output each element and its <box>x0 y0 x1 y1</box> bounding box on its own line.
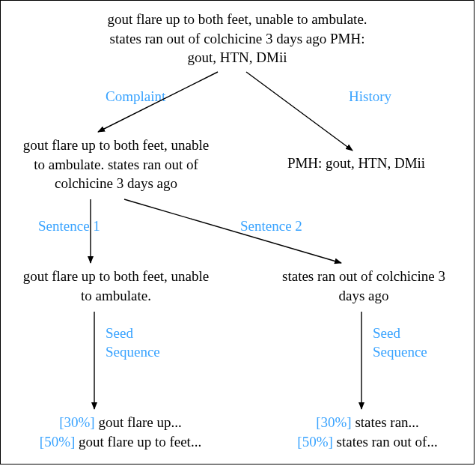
seed2-p2: [50%] <box>297 434 336 450</box>
sentence2-node: states ran out of colchicine 3 days ago <box>259 267 469 305</box>
edge-label-history: History <box>349 88 391 106</box>
edge-label-sentence1: Sentence 1 <box>38 217 100 236</box>
edge-label-seed1: Seed Sequence <box>106 324 160 361</box>
edge-label-sentence2: Sentence 2 <box>240 217 302 236</box>
seed2-l1: Seed <box>373 325 400 341</box>
seed2-results: [30%] states ran... [50%] states ran out… <box>270 413 465 451</box>
root-line1: gout flare up to both feet, unable to am… <box>107 11 367 27</box>
root-line3: gout, HTN, DMii <box>188 49 287 65</box>
s1-line1: gout flare up to both feet, unable <box>23 268 210 284</box>
s1-line2: to ambulate. <box>81 288 151 303</box>
diagram-frame: gout flare up to both feet, unable to am… <box>0 0 475 465</box>
seed2-p1: [30%] <box>316 414 355 430</box>
seed2-l2: Sequence <box>373 344 427 360</box>
root-node: gout flare up to both feet, unable to am… <box>76 10 399 67</box>
complaint-line1: gout flare up to both feet, unable <box>23 137 210 153</box>
complaint-node: gout flare up to both feet, unable to am… <box>4 136 228 193</box>
seed1-t2: gout flare up to feet... <box>79 434 201 450</box>
seed1-results: [30%] gout flare up... [50%] gout flare … <box>16 413 225 451</box>
seed1-p1: [30%] <box>59 414 98 430</box>
svg-line-3 <box>124 199 341 263</box>
seed1-l1: Seed <box>106 325 133 341</box>
seed1-t1: gout flare up... <box>98 414 181 430</box>
complaint-line2: to ambulate. states ran out of <box>34 157 198 172</box>
complaint-line3: colchicine 3 days ago <box>55 175 177 191</box>
edge-label-complaint: Complaint <box>106 88 165 106</box>
seed1-p2: [50%] <box>40 434 79 450</box>
edge-label-seed2: Seed Sequence <box>373 324 427 361</box>
seed2-t1: states ran... <box>355 414 418 430</box>
s2-line2: days ago <box>338 288 388 303</box>
svg-line-1 <box>246 72 353 151</box>
seed1-l2: Sequence <box>106 344 160 360</box>
sentence1-node: gout flare up to both feet, unable to am… <box>4 267 228 305</box>
root-line2: states ran out of colchicine 3 days ago … <box>110 31 365 46</box>
seed2-t2: states ran out of... <box>337 434 438 450</box>
history-node: PMH: gout, HTN, DMii <box>270 154 442 173</box>
s2-line1: states ran out of colchicine 3 <box>282 268 445 284</box>
